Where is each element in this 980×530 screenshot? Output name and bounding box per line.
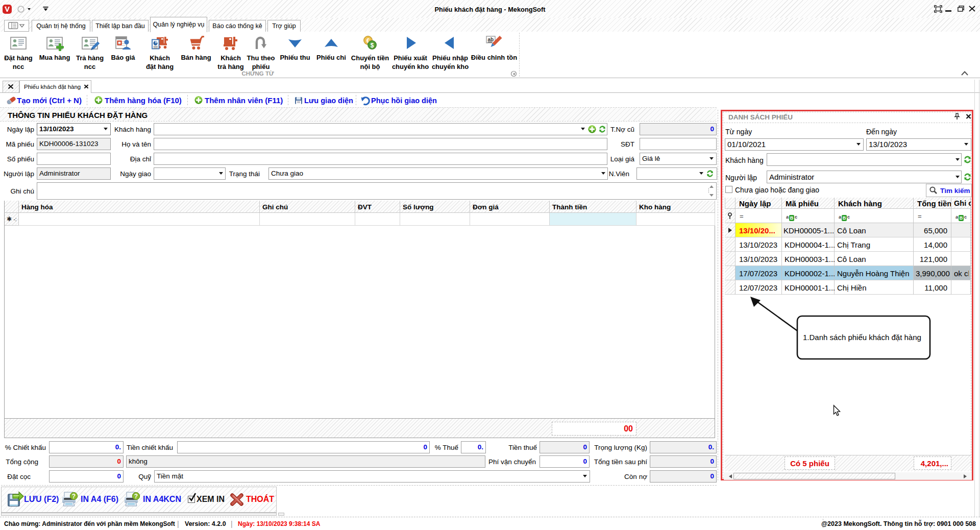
svg-text:?: ? [72, 493, 76, 500]
svg-text:$: $ [371, 42, 374, 49]
svg-text:?: ? [134, 493, 138, 500]
svg-text:ab: ab [488, 37, 494, 42]
